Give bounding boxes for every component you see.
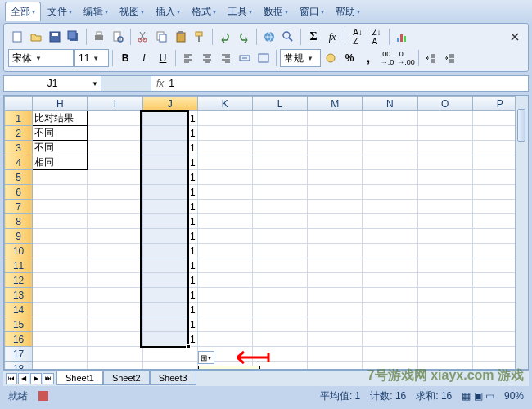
cell-N18[interactable] (363, 362, 417, 371)
cell-O15[interactable] (417, 317, 472, 332)
cell-M3[interactable] (308, 141, 363, 155)
cell-L4[interactable] (252, 155, 307, 170)
cell-I16[interactable] (88, 332, 142, 347)
cell-N2[interactable] (363, 126, 417, 141)
view-icons[interactable]: ▦ ▣ ▭ (462, 390, 494, 402)
cell-O11[interactable] (417, 258, 472, 273)
row-header-7[interactable]: 7 (5, 200, 33, 214)
format-painter-icon[interactable] (191, 28, 209, 46)
col-header-N[interactable]: N (363, 97, 417, 111)
cell-N1[interactable] (363, 111, 417, 126)
cell-H18[interactable] (33, 362, 88, 371)
undo-icon[interactable] (216, 28, 234, 46)
cell-L12[interactable] (252, 273, 307, 288)
cell-K13[interactable] (197, 288, 252, 303)
cell-J18[interactable] (142, 362, 197, 371)
cell-L13[interactable] (252, 288, 307, 303)
cell-O13[interactable] (417, 288, 472, 303)
save-icon[interactable] (46, 28, 64, 46)
cell-I13[interactable] (88, 288, 142, 303)
cell-L16[interactable] (252, 332, 307, 347)
comma-icon[interactable]: , (359, 49, 377, 67)
cell-N14[interactable] (363, 303, 417, 317)
cell-K1[interactable] (197, 111, 252, 126)
cell-N8[interactable] (363, 214, 417, 229)
cell-M2[interactable] (308, 126, 363, 141)
cell-M6[interactable] (308, 185, 363, 200)
cell-O6[interactable] (417, 185, 472, 200)
cell-I10[interactable] (88, 244, 142, 258)
row-header-16[interactable]: 16 (5, 332, 33, 347)
cell-O14[interactable] (417, 303, 472, 317)
zoom-level[interactable]: 90% (504, 390, 524, 402)
col-header-H[interactable]: H (33, 97, 88, 111)
cell-J14[interactable]: 1 (142, 303, 197, 317)
row-header-3[interactable]: 3 (5, 141, 33, 155)
row-header-15[interactable]: 15 (5, 317, 33, 332)
cell-I2[interactable] (88, 126, 142, 141)
cell-J11[interactable]: 1 (142, 258, 197, 273)
cell-J9[interactable]: 1 (142, 229, 197, 244)
cell-K16[interactable] (197, 332, 252, 347)
cell-N5[interactable] (363, 170, 417, 185)
currency-icon[interactable] (322, 49, 340, 67)
cell-N16[interactable] (363, 332, 417, 347)
cell-O10[interactable] (417, 244, 472, 258)
cell-L2[interactable] (252, 126, 307, 141)
print-icon[interactable] (90, 28, 108, 46)
row-header-4[interactable]: 4 (5, 155, 33, 170)
cell-H9[interactable] (33, 229, 88, 244)
col-header-K[interactable]: K (197, 97, 252, 111)
row-header-2[interactable]: 2 (5, 126, 33, 141)
cell-I8[interactable] (88, 214, 142, 229)
row-header-5[interactable]: 5 (5, 170, 33, 185)
cell-L7[interactable] (252, 200, 307, 214)
formula-input[interactable]: fx1 (151, 75, 529, 92)
cell-O18[interactable] (417, 362, 472, 371)
paste-icon[interactable] (172, 28, 190, 46)
redo-icon[interactable] (235, 28, 253, 46)
wrap-icon[interactable] (255, 49, 273, 67)
cell-J10[interactable]: 1 (142, 244, 197, 258)
cell-K11[interactable] (197, 258, 252, 273)
function-icon[interactable]: fx (323, 28, 341, 46)
cell-K10[interactable] (197, 244, 252, 258)
saveall-icon[interactable] (65, 28, 83, 46)
cell-O8[interactable] (417, 214, 472, 229)
find-icon[interactable] (279, 28, 297, 46)
cell-N17[interactable] (363, 347, 417, 362)
menu-9[interactable]: 帮助▾ (331, 2, 365, 21)
cell-J6[interactable]: 1 (142, 185, 197, 200)
cell-H1[interactable]: 比对结果 (33, 111, 88, 126)
menu-4[interactable]: 插入▾ (151, 2, 185, 21)
cell-K4[interactable] (197, 155, 252, 170)
cell-I1[interactable] (88, 111, 142, 126)
cell-H7[interactable] (33, 200, 88, 214)
copy-icon[interactable] (153, 28, 171, 46)
fill-handle[interactable] (186, 344, 191, 349)
col-header-O[interactable]: O (417, 97, 472, 111)
cell-M11[interactable] (308, 258, 363, 273)
sheet-tab-Sheet2[interactable]: Sheet2 (103, 371, 150, 385)
cell-J8[interactable]: 1 (142, 214, 197, 229)
menu-1[interactable]: 文件▾ (43, 2, 77, 21)
new-icon[interactable] (8, 28, 26, 46)
cell-K9[interactable] (197, 229, 252, 244)
col-header-M[interactable]: M (308, 97, 363, 111)
spreadsheet-grid[interactable]: HIJKLMNOP1比对结果12不同13不同14相同15161718191101… (3, 95, 529, 370)
cell-N4[interactable] (363, 155, 417, 170)
cell-H16[interactable] (33, 332, 88, 347)
cell-M14[interactable] (308, 303, 363, 317)
row-header-11[interactable]: 11 (5, 258, 33, 273)
cell-J3[interactable]: 1 (142, 141, 197, 155)
cell-H2[interactable]: 不同 (33, 126, 88, 141)
cell-H15[interactable] (33, 317, 88, 332)
cell-J2[interactable]: 1 (142, 126, 197, 141)
chart-icon[interactable] (393, 28, 411, 46)
number-format-combo[interactable]: 常规▼ (280, 49, 321, 67)
cell-L5[interactable] (252, 170, 307, 185)
cell-I7[interactable] (88, 200, 142, 214)
italic-button[interactable]: I (135, 49, 153, 67)
cell-I3[interactable] (88, 141, 142, 155)
cell-K15[interactable] (197, 317, 252, 332)
